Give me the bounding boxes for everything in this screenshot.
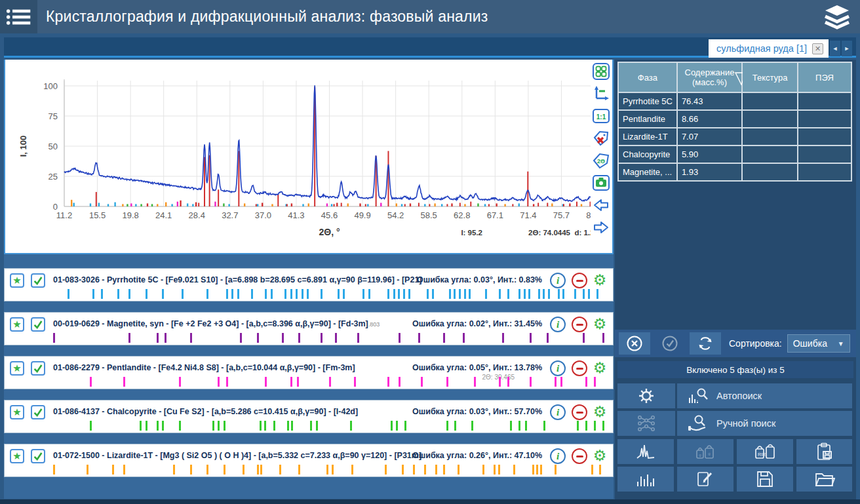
- tab-scroll-left-button[interactable]: ◄: [830, 41, 840, 56]
- content-cell[interactable]: 76.43: [677, 92, 742, 110]
- two-theta-labels-icon[interactable]: 2Θ: [592, 151, 610, 170]
- page-title: Кристаллография и дифракционный анализ: …: [46, 0, 488, 33]
- phase-enabled-checkbox[interactable]: [31, 317, 45, 332]
- favorite-star-button[interactable]: ★: [10, 273, 24, 288]
- peak-tick: [287, 421, 289, 431]
- paste-results-button[interactable]: [796, 439, 852, 464]
- phase-row[interactable]: ★01-086-4137 - Chalcopyrite - [Cu Fe S2]…: [4, 400, 614, 433]
- prev-arrow-icon[interactable]: [592, 196, 610, 214]
- tab-scroll-right-button[interactable]: ►: [842, 41, 852, 56]
- autosearch-button[interactable]: Автопоиск: [677, 383, 852, 408]
- phase-settings-gear-icon[interactable]: ⚙: [591, 402, 609, 421]
- info-icon[interactable]: i: [550, 448, 566, 464]
- value-cell[interactable]: [798, 145, 851, 163]
- tab-sample[interactable]: сульфидная руда [1] ✕: [709, 39, 829, 58]
- peak-tick: [494, 465, 496, 475]
- phase-enabled-checkbox[interactable]: [31, 273, 45, 288]
- content-cell[interactable]: 5.90: [677, 145, 742, 163]
- remove-phase-button[interactable]: [572, 448, 587, 464]
- value-cell[interactable]: [798, 110, 851, 128]
- value-cell[interactable]: [742, 128, 798, 145]
- neural-search-button[interactable]: [617, 411, 675, 436]
- peak-tick: [354, 377, 356, 387]
- table-row[interactable]: Lizardite-1T7.07: [618, 128, 851, 145]
- content-cell[interactable]: 1.93: [677, 163, 742, 181]
- snapshot-icon[interactable]: [592, 174, 610, 192]
- layers-button[interactable]: [821, 3, 853, 31]
- phase-name-cell[interactable]: Lizardite-1T: [618, 128, 677, 145]
- sort-dropdown[interactable]: Ошибка ▼: [787, 334, 850, 353]
- weighting-button[interactable]: gg: [677, 439, 733, 464]
- value-cell[interactable]: [798, 163, 851, 181]
- phase-settings-gear-icon[interactable]: ⚙: [591, 315, 609, 333]
- column-header[interactable]: Содержание(масс.%): [677, 62, 742, 92]
- value-cell[interactable]: [742, 92, 798, 110]
- phase-name-cell[interactable]: Pentlandite: [618, 110, 677, 128]
- next-arrow-icon[interactable]: [592, 218, 610, 237]
- phase-enabled-checkbox[interactable]: [31, 405, 45, 419]
- favorite-star-button[interactable]: ★: [10, 405, 24, 419]
- value-cell[interactable]: [798, 92, 851, 110]
- peak-tick: [329, 377, 331, 387]
- phase-name-cell[interactable]: Pyrrhotite 5C: [618, 92, 677, 110]
- save-button[interactable]: [737, 467, 793, 492]
- peak-tick: [485, 289, 487, 299]
- one-to-one-icon[interactable]: 1:1: [592, 107, 610, 125]
- info-icon[interactable]: i: [550, 404, 566, 420]
- fit-view-icon[interactable]: [592, 62, 610, 81]
- phase-row[interactable]: ★01-083-3026 - Pyrrhotite 5C - [Fe9.021 …: [4, 268, 614, 301]
- phase-settings-gear-icon[interactable]: ⚙: [591, 271, 609, 289]
- phase-name-cell[interactable]: Magnetite, ...: [618, 163, 677, 181]
- table-row[interactable]: Magnetite, ...1.93: [618, 163, 851, 181]
- value-cell[interactable]: [742, 110, 798, 128]
- favorite-star-button[interactable]: ★: [10, 317, 24, 332]
- remove-phase-button[interactable]: [572, 273, 587, 288]
- table-row[interactable]: Pentlandite8.66: [618, 110, 851, 128]
- phase-row[interactable]: ★00-019-0629 - Magnetite, syn - [Fe +2 F…: [4, 312, 614, 345]
- open-folder-button[interactable]: [796, 467, 852, 492]
- favorite-star-button[interactable]: ★: [10, 449, 24, 463]
- info-icon[interactable]: i: [550, 317, 566, 332]
- axes-icon[interactable]: [592, 85, 610, 103]
- peak-tick: [548, 289, 550, 299]
- close-icon[interactable]: ✕: [812, 43, 823, 54]
- info-icon[interactable]: i: [550, 360, 566, 376]
- value-cell[interactable]: [798, 128, 851, 145]
- table-row[interactable]: Chalcopyrite5.90: [618, 145, 851, 163]
- phase-settings-gear-icon[interactable]: ⚙: [591, 446, 609, 465]
- value-cell[interactable]: [742, 145, 798, 163]
- content-cell[interactable]: 7.07: [677, 128, 742, 145]
- phase-name-cell[interactable]: Chalcopyrite: [618, 145, 677, 163]
- remove-phase-button[interactable]: [572, 404, 587, 420]
- content-cell[interactable]: 8.66: [677, 110, 742, 128]
- value-cell[interactable]: [742, 163, 798, 181]
- column-header[interactable]: ПЭЯ: [798, 62, 851, 92]
- peak-tick: [562, 289, 564, 299]
- pattern-view-button[interactable]: [617, 439, 674, 464]
- phase-enabled-checkbox[interactable]: [31, 361, 45, 376]
- search-settings-button[interactable]: [617, 383, 675, 408]
- diffractogram-chart[interactable]: 11.215.519.824.128.432.737.041.345.649.9…: [5, 60, 612, 252]
- main-menu-button[interactable]: [0, 0, 37, 33]
- info-icon[interactable]: i: [550, 273, 566, 288]
- edit-button[interactable]: [677, 467, 733, 492]
- phase-row[interactable]: ★01-086-2279 - Pentlandite - [Fe4.2 Ni4.…: [4, 356, 614, 389]
- column-header[interactable]: Фаза: [618, 62, 677, 92]
- remove-peak-labels-icon[interactable]: [592, 129, 610, 147]
- diffractogram-panel[interactable]: 11.215.519.824.128.432.737.041.345.649.9…: [4, 60, 614, 254]
- bars-view-button[interactable]: [617, 467, 674, 492]
- select-all-button[interactable]: [654, 332, 686, 355]
- deselect-all-button[interactable]: [619, 332, 650, 355]
- phase-settings-gear-icon[interactable]: ⚙: [591, 359, 609, 377]
- peak-tick: [502, 333, 504, 343]
- manual-search-button[interactable]: Ручной поиск: [677, 411, 852, 436]
- remove-phase-button[interactable]: [572, 317, 587, 332]
- column-header[interactable]: Текстура: [742, 62, 798, 92]
- favorite-star-button[interactable]: ★: [10, 361, 24, 376]
- rir-weights-button[interactable]: RIR: [737, 439, 793, 464]
- remove-phase-button[interactable]: [572, 360, 587, 376]
- shuffle-colors-button[interactable]: [690, 332, 721, 355]
- phase-enabled-checkbox[interactable]: [31, 449, 45, 463]
- table-row[interactable]: Pyrrhotite 5C76.43: [618, 92, 851, 110]
- phase-row[interactable]: ★01-072-1500 - Lizardite-1T - [Mg3 ( Si2…: [4, 444, 614, 477]
